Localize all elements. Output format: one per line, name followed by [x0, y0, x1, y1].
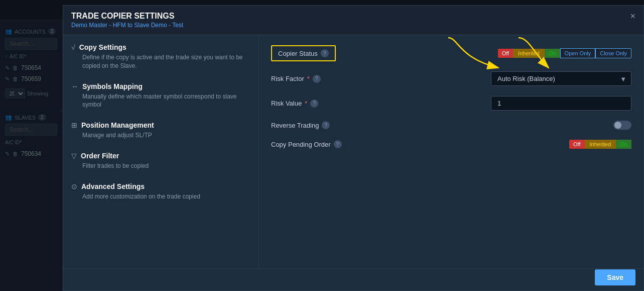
copier-status-btn-group: Off Inherited On Open Only Close Only: [498, 48, 631, 58]
nav-order-filter[interactable]: ▽ Order Filter Filter trades to be copie…: [71, 152, 250, 170]
risk-factor-row: Risk Factor * ? Auto Risk (Balance) Fixe…: [271, 71, 631, 86]
copier-status-close-only-btn[interactable]: Close Only: [595, 48, 631, 58]
advanced-settings-header: ⊙ Advanced Settings: [71, 182, 250, 190]
risk-factor-select[interactable]: Auto Risk (Balance) Fixed Lot Risk Perce…: [491, 71, 631, 86]
copy-pending-order-label: Copy Pending Order ?: [271, 140, 342, 148]
nav-position-management[interactable]: ⊞ Position Management Manage and adjust …: [71, 121, 250, 140]
settings-content: Copier Status ? Off Inherited On Open On…: [259, 35, 643, 268]
risk-factor-dropdown-wrapper: Auto Risk (Balance) Fixed Lot Risk Perce…: [491, 71, 631, 86]
modal-footer: Save: [63, 268, 643, 290]
copier-status-open-only-btn[interactable]: Open Only: [560, 48, 596, 58]
risk-value-help-icon[interactable]: ?: [310, 100, 318, 108]
copier-status-label-box: Copier Status ?: [271, 45, 336, 61]
copy-settings-header: √ Copy Settings: [71, 43, 250, 51]
settings-nav: √ Copy Settings Define if the copy is ac…: [63, 35, 259, 268]
trade-copier-settings-modal: TRADE COPIER SETTINGS Demo Master - HFM …: [63, 5, 644, 291]
nav-symbols-mapping[interactable]: ↔ Symbols Mapping Manually define which …: [71, 82, 250, 110]
reverse-trading-toggle[interactable]: [613, 121, 631, 130]
toggle-knob: [614, 122, 621, 129]
advanced-settings-desc: Add more customization on the trade copi…: [71, 192, 250, 201]
position-management-title: Position Management: [81, 121, 154, 129]
order-filter-title: Order Filter: [81, 152, 119, 160]
save-button[interactable]: Save: [595, 269, 635, 285]
reverse-trading-row: Reverse Trading ?: [271, 121, 631, 130]
symbols-mapping-icon: ↔: [71, 82, 78, 90]
order-filter-icon: ▽: [71, 152, 77, 160]
risk-value-input[interactable]: [491, 96, 631, 111]
modal-subtitle: Demo Master - HFM to Slave Demo - Test: [71, 22, 183, 29]
nav-advanced-settings[interactable]: ⊙ Advanced Settings Add more customizati…: [71, 182, 250, 201]
nav-copy-settings[interactable]: √ Copy Settings Define if the copy is ac…: [71, 43, 250, 70]
copier-status-on-btn[interactable]: On: [545, 49, 560, 58]
copy-settings-title: Copy Settings: [79, 43, 126, 51]
symbols-mapping-title: Symbols Mapping: [82, 82, 143, 90]
reverse-trading-help-icon[interactable]: ?: [322, 121, 330, 129]
copier-status-label: Copier Status ?: [278, 49, 329, 57]
risk-factor-help-icon[interactable]: ?: [313, 75, 321, 83]
order-filter-desc: Filter trades to be copied: [71, 162, 250, 170]
risk-value-label: Risk Value * ?: [271, 100, 318, 108]
risk-factor-required: *: [307, 75, 310, 82]
copy-settings-icon: √: [71, 43, 75, 51]
copy-pending-order-row: Copy Pending Order ? Off Inherited On: [271, 140, 631, 149]
modal-title: TRADE COPIER SETTINGS: [71, 12, 183, 21]
symbols-mapping-header: ↔ Symbols Mapping: [71, 82, 250, 90]
copy-pending-on-btn[interactable]: On: [616, 140, 631, 149]
copy-pending-off-btn[interactable]: Off: [569, 140, 584, 149]
copier-status-help-icon[interactable]: ?: [321, 49, 329, 57]
risk-value-required: *: [305, 100, 307, 107]
modal-close-button[interactable]: ×: [630, 12, 635, 21]
position-management-icon: ⊞: [71, 121, 77, 129]
position-management-desc: Manage and adjust SL/TP: [71, 131, 250, 140]
symbols-mapping-desc: Manually define which master symbol corr…: [71, 92, 250, 110]
advanced-settings-title: Advanced Settings: [81, 182, 145, 190]
modal-header: TRADE COPIER SETTINGS Demo Master - HFM …: [63, 6, 643, 35]
copier-status-inherited-btn[interactable]: Inherited: [513, 49, 545, 58]
modal-body: √ Copy Settings Define if the copy is ac…: [63, 35, 643, 268]
reverse-trading-label: Reverse Trading ?: [271, 121, 330, 129]
position-management-header: ⊞ Position Management: [71, 121, 250, 129]
risk-value-row: Risk Value * ?: [271, 96, 631, 111]
copy-settings-desc: Define if the copy is active and the tra…: [71, 53, 250, 70]
copy-pending-inherited-btn[interactable]: Inherited: [585, 140, 616, 149]
copy-pending-order-help-icon[interactable]: ?: [334, 140, 342, 148]
copier-status-off-btn[interactable]: Off: [498, 49, 513, 58]
copier-status-row: Copier Status ? Off Inherited On Open On…: [271, 45, 631, 61]
order-filter-header: ▽ Order Filter: [71, 152, 250, 160]
advanced-settings-icon: ⊙: [71, 182, 77, 190]
modal-header-text: TRADE COPIER SETTINGS Demo Master - HFM …: [71, 12, 183, 29]
copy-pending-order-btn-group: Off Inherited On: [569, 140, 631, 149]
risk-factor-label: Risk Factor * ?: [271, 75, 321, 83]
